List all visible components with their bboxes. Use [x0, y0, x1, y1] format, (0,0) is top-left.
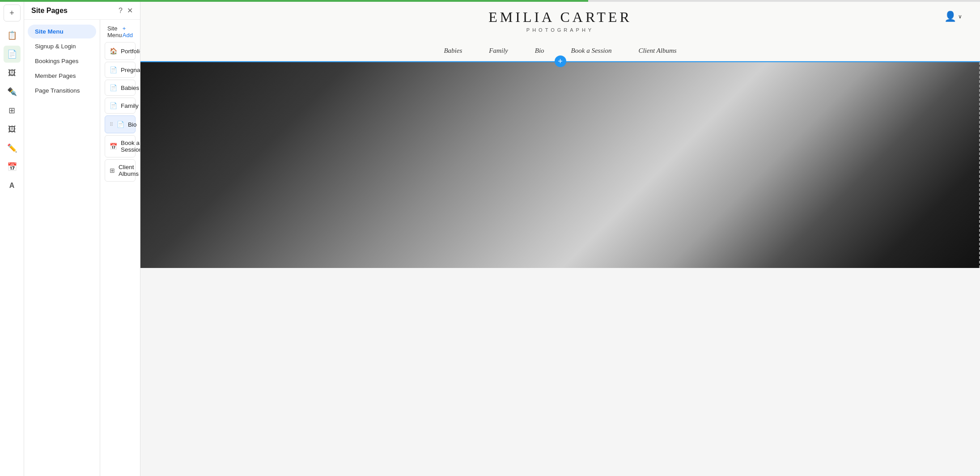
nav-item-page-transitions[interactable]: Page Transitions: [28, 84, 96, 98]
menu-item-book-a-session[interactable]: 📅 Book a Session: [105, 135, 136, 157]
menu-item-label: Family: [121, 102, 139, 109]
site-menu-section: Site Menu + Add 🏠 Portfolio 👁 📄 Pregnanc…: [100, 20, 140, 476]
website-header: 👤 ∨ EMILIA CARTER PHOTOGRAPHY Babies Fam…: [140, 0, 980, 61]
site-menu-header: Site Menu + Add: [105, 20, 136, 42]
menu-item-label: Pregnancy: [121, 67, 140, 73]
nav-family[interactable]: Family: [489, 47, 508, 55]
albums-icon: ⊞: [110, 167, 115, 174]
menu-item-label: Babies: [121, 85, 139, 91]
user-menu[interactable]: 👤 ∨: [944, 11, 962, 22]
user-avatar-icon: 👤: [944, 11, 956, 22]
nav-item-member-pages[interactable]: Member Pages: [28, 69, 96, 83]
main-preview: 👤 ∨ EMILIA CARTER PHOTOGRAPHY Babies Fam…: [140, 0, 980, 476]
panel-nav: Site Menu Signup & Login Bookings Pages …: [24, 20, 100, 476]
image-icon: 🖼: [8, 125, 16, 134]
panel-body: Site Menu Signup & Login Bookings Pages …: [24, 20, 140, 476]
chevron-down-icon: ∨: [958, 13, 962, 20]
page-icon: 📄: [110, 102, 117, 109]
sidebar-item-font[interactable]: A: [4, 177, 21, 194]
menu-item-label: Bio: [128, 121, 137, 128]
sidebar-item-grid[interactable]: ⊞: [4, 102, 21, 119]
page-icon: 📄: [110, 66, 117, 73]
website-subtitle: PHOTOGRAPHY: [158, 27, 962, 33]
panel-header-actions: ? ✕: [119, 6, 133, 15]
font-icon: A: [9, 182, 15, 190]
nav-item-bookings-pages[interactable]: Bookings Pages: [28, 54, 96, 68]
menu-item-portfolio[interactable]: 🏠 Portfolio 👁: [105, 42, 136, 60]
nav-client-albums[interactable]: Client Albums: [638, 47, 676, 55]
menu-item-babies[interactable]: 📄 Babies: [105, 80, 136, 96]
media-icon: 🖼: [8, 68, 16, 78]
menu-item-label: Book a Session: [121, 140, 140, 153]
menu-item-client-albums[interactable]: ⊞ Client Albums: [105, 159, 136, 182]
sidebar-item-image[interactable]: 🖼: [4, 121, 21, 138]
add-page-button[interactable]: + Add: [123, 25, 133, 38]
photo-area: [140, 62, 980, 268]
site-pages-panel: Site Pages ? ✕ Site Menu Signup & Login …: [24, 0, 140, 476]
page-icon: 📄: [110, 84, 117, 91]
calendar-icon: 📅: [7, 162, 17, 172]
pages-icon: 📋: [7, 30, 17, 40]
booking-icon: 📅: [110, 143, 117, 150]
close-icon[interactable]: ✕: [127, 6, 133, 15]
sidebar-item-pen[interactable]: ✒️: [4, 83, 21, 100]
menu-item-bio[interactable]: ⠿ 📄 Bio •••: [105, 115, 136, 133]
sidebar-item-media[interactable]: 🖼: [4, 64, 21, 81]
nav-item-signup-login[interactable]: Signup & Login: [28, 39, 96, 53]
sidebar-item-calendar[interactable]: 📅: [4, 158, 21, 175]
site-pages-icon: 📄: [7, 49, 17, 59]
pen-icon: ✒️: [7, 87, 17, 97]
grid-icon: ⊞: [8, 106, 15, 115]
website-frame: 👤 ∨ EMILIA CARTER PHOTOGRAPHY Babies Fam…: [140, 0, 980, 476]
menu-item-pregnancy[interactable]: 📄 Pregnancy: [105, 62, 136, 78]
add-button[interactable]: +: [4, 4, 21, 21]
home-icon: 🏠: [110, 47, 117, 55]
menu-item-family[interactable]: 📄 Family: [105, 98, 136, 114]
nav-book-session[interactable]: Book a Session: [571, 47, 612, 55]
website-title: EMILIA CARTER: [158, 9, 962, 26]
drag-icon: ⠿: [110, 122, 113, 128]
add-section-button[interactable]: +: [555, 55, 566, 67]
edit-icon: ✏️: [7, 143, 17, 153]
nav-item-site-menu[interactable]: Site Menu: [28, 25, 96, 38]
site-menu-title: Site Menu: [107, 25, 123, 38]
help-icon[interactable]: ?: [119, 7, 123, 15]
nav-babies[interactable]: Babies: [444, 47, 462, 55]
menu-item-label: Portfolio: [121, 48, 140, 55]
sidebar-item-edit[interactable]: ✏️: [4, 140, 21, 157]
panel-header: Site Pages ? ✕: [24, 0, 140, 20]
icon-sidebar: + 📋 📄 🖼 ✒️ ⊞ 🖼 ✏️ 📅 A: [0, 0, 24, 476]
plus-icon: +: [9, 8, 14, 18]
sidebar-item-site-pages[interactable]: 📄: [4, 46, 21, 63]
menu-item-label: Client Albums: [119, 164, 139, 177]
sidebar-item-pages[interactable]: 📋: [4, 27, 21, 44]
nav-bio[interactable]: Bio: [535, 47, 544, 55]
page-icon: 📄: [117, 121, 124, 128]
panel-title: Site Pages: [31, 7, 68, 15]
